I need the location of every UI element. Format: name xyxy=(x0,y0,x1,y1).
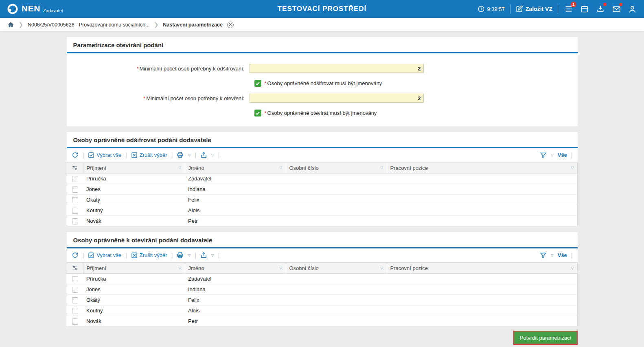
nen-brand[interactable]: NEN Zadavatel xyxy=(7,3,63,15)
home-icon[interactable] xyxy=(7,21,14,28)
row-checkbox-cell xyxy=(67,184,83,195)
calendar-button[interactable] xyxy=(579,4,590,14)
min-open-label: *Minimální počet osob potřebný k otevřen… xyxy=(67,95,250,101)
export-button[interactable] xyxy=(200,152,207,158)
filter-icon[interactable] xyxy=(540,252,547,259)
select-all-button[interactable]: Vybrat vše xyxy=(88,152,121,158)
breadcrumb-contract[interactable]: N006/25/V00005626 - Provozování domu soc… xyxy=(28,22,150,28)
column-filter-icon[interactable]: ▽ xyxy=(381,266,383,270)
table-row[interactable]: PříručkaZadavatel xyxy=(67,274,577,284)
export-dropdown-icon[interactable]: ▽ xyxy=(211,153,214,157)
row-checkbox[interactable] xyxy=(72,287,78,293)
confirm-parametrization-button[interactable]: Potvrdit parametrizaci xyxy=(513,331,578,345)
open-table-title: Osoby oprávněné k otevírání podání dodav… xyxy=(67,232,578,248)
column-header-prijmeni[interactable]: Příjmení▽ xyxy=(83,263,185,274)
clear-selection-button[interactable]: Zrušit výběr xyxy=(131,252,167,259)
print-dropdown-icon[interactable]: ▽ xyxy=(188,153,191,157)
table-row[interactable]: JonesIndiana xyxy=(67,184,577,195)
edit-icon xyxy=(516,5,523,13)
breadcrumb-current[interactable]: Nastavení parametrizace xyxy=(163,22,223,28)
row-checkbox[interactable] xyxy=(72,197,78,203)
parametrization-section: Parametrizace otevírání podání *Minimáln… xyxy=(67,37,578,126)
table-cell xyxy=(387,295,577,305)
check-icon xyxy=(255,81,260,86)
table-cell xyxy=(387,274,577,284)
column-header-osobni-cislo[interactable]: Osobní číslo▽ xyxy=(286,263,387,274)
close-icon[interactable]: ✕ xyxy=(227,22,234,28)
column-header-pracovni-pozice[interactable]: Pracovní pozice▽ xyxy=(387,263,577,274)
refresh-icon[interactable] xyxy=(72,152,79,158)
row-checkbox[interactable] xyxy=(72,318,78,325)
table-row[interactable]: KoutnýAlois xyxy=(67,205,577,216)
column-filter-icon[interactable]: ▽ xyxy=(280,166,283,170)
column-filter-icon[interactable]: ▽ xyxy=(571,166,574,170)
column-header-pracovni-pozice[interactable]: Pracovní pozice▽ xyxy=(387,163,577,174)
column-header-osobni-cislo[interactable]: Osobní číslo▽ xyxy=(286,163,387,174)
open-persons-table: Příjmení▽ Jméno▽ Osobní číslo▽ Pracovní … xyxy=(67,262,578,327)
row-checkbox[interactable] xyxy=(72,297,78,303)
export-dropdown-icon[interactable]: ▽ xyxy=(211,253,214,257)
table-cell xyxy=(387,305,577,316)
column-filter-icon[interactable]: ▽ xyxy=(280,266,283,270)
column-filter-icon[interactable]: ▽ xyxy=(381,166,383,170)
print-dropdown-icon[interactable]: ▽ xyxy=(188,253,191,257)
table-cell: Zadavatel xyxy=(185,174,286,184)
table-row[interactable]: OkátýFelix xyxy=(67,195,577,205)
table-row[interactable]: NovákPetr xyxy=(67,216,577,226)
column-header-jmeno[interactable]: Jméno▽ xyxy=(185,163,286,174)
table-cell xyxy=(387,195,577,205)
row-checkbox-cell xyxy=(67,316,83,327)
table-row[interactable]: KoutnýAlois xyxy=(67,305,577,316)
export-button[interactable] xyxy=(200,252,207,259)
column-settings-header[interactable] xyxy=(67,163,83,174)
row-checkbox[interactable] xyxy=(72,276,78,282)
filter-icon[interactable] xyxy=(540,152,547,158)
column-header-prijmeni[interactable]: Příjmení▽ xyxy=(83,163,185,174)
open-named-checkbox[interactable] xyxy=(254,110,261,116)
row-checkbox[interactable] xyxy=(72,308,78,314)
decrypt-table-toolbar: | Vybrat vše | Zrušit výběr | ▽ | ▽ | xyxy=(67,148,578,162)
clear-selection-button[interactable]: Zrušit výběr xyxy=(131,152,167,158)
table-row[interactable]: NovákPetr xyxy=(67,316,577,327)
min-decrypt-input[interactable] xyxy=(250,64,424,73)
row-checkbox[interactable] xyxy=(72,208,78,214)
view-all-button[interactable]: Vše xyxy=(558,252,567,258)
print-button[interactable] xyxy=(177,152,184,158)
table-cell xyxy=(286,274,387,284)
profile-button[interactable] xyxy=(627,4,637,14)
messages-button[interactable] xyxy=(611,4,622,14)
view-dropdown-icon[interactable]: ▽ xyxy=(551,153,554,157)
column-header-jmeno[interactable]: Jméno▽ xyxy=(185,263,286,274)
create-vz-label: Založit VZ xyxy=(526,6,552,12)
row-checkbox[interactable] xyxy=(72,187,78,193)
column-filter-icon[interactable]: ▽ xyxy=(571,266,574,270)
row-checkbox[interactable] xyxy=(72,218,78,224)
chevron-right-icon: ❯ xyxy=(154,22,158,28)
view-all-button[interactable]: Vše xyxy=(558,152,567,158)
table-cell xyxy=(286,316,387,327)
select-all-button[interactable]: Vybrat vše xyxy=(88,252,121,259)
decrypt-named-checkbox[interactable] xyxy=(254,80,261,87)
select-all-icon xyxy=(88,152,94,158)
downloads-button[interactable] xyxy=(595,4,606,14)
table-cell: Příručka xyxy=(83,274,185,284)
min-open-input[interactable] xyxy=(250,94,424,103)
column-settings-header[interactable] xyxy=(67,263,83,274)
print-button[interactable] xyxy=(177,252,184,259)
row-checkbox[interactable] xyxy=(72,176,78,182)
nen-logo xyxy=(7,3,19,15)
export-icon xyxy=(200,152,207,158)
table-row[interactable]: OkátýFelix xyxy=(67,295,577,305)
table-cell xyxy=(387,316,577,327)
refresh-icon[interactable] xyxy=(72,252,79,259)
session-clock: 9:39:57 xyxy=(478,5,505,13)
table-row[interactable]: PříručkaZadavatel xyxy=(67,174,577,184)
user-icon xyxy=(628,5,637,13)
view-dropdown-icon[interactable]: ▽ xyxy=(551,253,554,257)
footer-actions: Potvrdit parametrizaci xyxy=(67,331,578,345)
column-filter-icon[interactable]: ▽ xyxy=(179,266,182,270)
table-row[interactable]: JonesIndiana xyxy=(67,284,577,295)
column-filter-icon[interactable]: ▽ xyxy=(179,166,182,170)
menu-button[interactable]: 1 xyxy=(563,4,574,14)
create-vz-button[interactable]: Založit VZ xyxy=(516,5,552,13)
